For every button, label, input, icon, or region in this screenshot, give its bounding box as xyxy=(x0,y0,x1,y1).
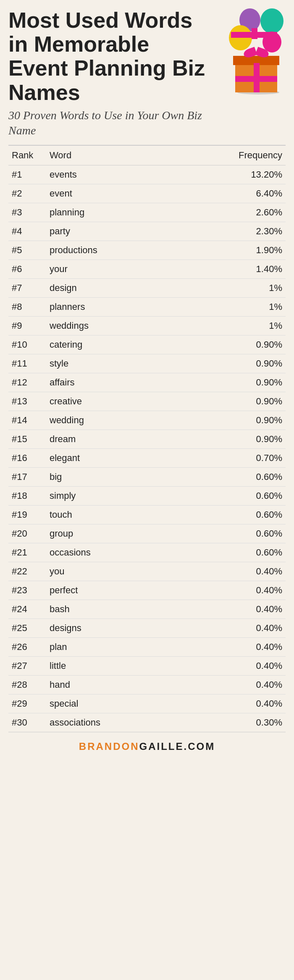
table-row: #12 affairs 0.90% xyxy=(8,373,286,392)
decoration-graphic xyxy=(218,8,286,92)
col-header-rank: Rank xyxy=(8,145,46,165)
rank-cell: #1 xyxy=(8,165,46,184)
frequency-cell: 0.40% xyxy=(172,562,286,581)
frequency-cell: 0.90% xyxy=(172,335,286,354)
table-row: #30 associations 0.30% xyxy=(8,713,286,732)
rank-cell: #4 xyxy=(8,222,46,241)
table-row: #14 wedding 0.90% xyxy=(8,411,286,430)
rank-cell: #25 xyxy=(8,618,46,637)
table-row: #10 catering 0.90% xyxy=(8,335,286,354)
rank-cell: #11 xyxy=(8,354,46,373)
word-cell: perfect xyxy=(46,581,172,600)
word-cell: little xyxy=(46,656,172,675)
word-cell: events xyxy=(46,165,172,184)
table-row: #4 party 2.30% xyxy=(8,222,286,241)
word-cell: you xyxy=(46,562,172,581)
word-cell: your xyxy=(46,259,172,278)
table-row: #2 event 6.40% xyxy=(8,184,286,203)
word-cell: elegant xyxy=(46,448,172,467)
table-row: #29 special 0.40% xyxy=(8,694,286,713)
rank-cell: #18 xyxy=(8,486,46,505)
word-cell: occasions xyxy=(46,543,172,562)
page-container: Most Used Words in Memorable Event Plann… xyxy=(0,0,294,765)
table-row: #13 creative 0.90% xyxy=(8,392,286,411)
frequency-cell: 0.90% xyxy=(172,430,286,448)
table-row: #21 occasions 0.60% xyxy=(8,543,286,562)
gift-lid-ribbon-h xyxy=(231,32,277,38)
frequency-cell: 1% xyxy=(172,297,286,316)
rank-cell: #24 xyxy=(8,600,46,618)
table-row: #26 plan 0.40% xyxy=(8,637,286,656)
word-cell: affairs xyxy=(46,373,172,392)
table-header-row: Rank Word Frequency xyxy=(8,145,286,165)
word-cell: wedding xyxy=(46,411,172,430)
frequency-cell: 0.40% xyxy=(172,694,286,713)
frequency-cell: 1.90% xyxy=(172,241,286,259)
frequency-cell: 0.40% xyxy=(172,637,286,656)
rank-cell: #20 xyxy=(8,524,46,543)
rank-cell: #10 xyxy=(8,335,46,354)
rank-cell: #17 xyxy=(8,467,46,486)
table-row: #17 big 0.60% xyxy=(8,467,286,486)
table-row: #16 elegant 0.70% xyxy=(8,448,286,467)
word-cell: planners xyxy=(46,297,172,316)
word-cell: party xyxy=(46,222,172,241)
frequency-cell: 2.30% xyxy=(172,222,286,241)
rank-cell: #27 xyxy=(8,656,46,675)
rank-cell: #5 xyxy=(8,241,46,259)
word-cell: productions xyxy=(46,241,172,259)
col-header-word: Word xyxy=(46,145,172,165)
footer-brand-text: BRANDON xyxy=(79,741,139,752)
rank-cell: #6 xyxy=(8,259,46,278)
table-row: #9 weddings 1% xyxy=(8,316,286,335)
word-cell: designs xyxy=(46,618,172,637)
rank-cell: #3 xyxy=(8,203,46,222)
rank-cell: #26 xyxy=(8,637,46,656)
frequency-cell: 0.40% xyxy=(172,581,286,600)
frequency-cell: 0.60% xyxy=(172,505,286,524)
frequency-cell: 0.40% xyxy=(172,600,286,618)
table-row: #24 bash 0.40% xyxy=(8,600,286,618)
table-row: #8 planners 1% xyxy=(8,297,286,316)
table-row: #18 simply 0.60% xyxy=(8,486,286,505)
frequency-cell: 0.60% xyxy=(172,486,286,505)
table-body: #1 events 13.20% #2 event 6.40% #3 plann… xyxy=(8,165,286,732)
frequency-cell: 0.60% xyxy=(172,524,286,543)
table-row: #25 designs 0.40% xyxy=(8,618,286,637)
frequency-cell: 2.60% xyxy=(172,203,286,222)
table-row: #28 hand 0.40% xyxy=(8,675,286,694)
rank-cell: #7 xyxy=(8,278,46,297)
main-title: Most Used Words in Memorable Event Plann… xyxy=(8,8,214,105)
table-row: #7 design 1% xyxy=(8,278,286,297)
rank-cell: #29 xyxy=(8,694,46,713)
word-cell: event xyxy=(46,184,172,203)
frequency-cell: 0.90% xyxy=(172,392,286,411)
frequency-cell: 0.40% xyxy=(172,675,286,694)
gift-box xyxy=(235,55,277,92)
frequency-cell: 0.70% xyxy=(172,448,286,467)
frequency-cell: 0.60% xyxy=(172,467,286,486)
word-cell: simply xyxy=(46,486,172,505)
rank-cell: #16 xyxy=(8,448,46,467)
table-row: #22 you 0.40% xyxy=(8,562,286,581)
header-section: Most Used Words in Memorable Event Plann… xyxy=(8,8,286,139)
frequency-cell: 0.40% xyxy=(172,618,286,637)
word-cell: planning xyxy=(46,203,172,222)
rank-cell: #19 xyxy=(8,505,46,524)
rank-cell: #15 xyxy=(8,430,46,448)
balloon-teal xyxy=(260,8,284,34)
word-cell: group xyxy=(46,524,172,543)
table-row: #11 style 0.90% xyxy=(8,354,286,373)
footer: BRANDONGAILLE.COM xyxy=(8,741,286,752)
rank-cell: #9 xyxy=(8,316,46,335)
gift-box-body xyxy=(235,63,277,92)
table-row: #23 perfect 0.40% xyxy=(8,581,286,600)
rank-cell: #23 xyxy=(8,581,46,600)
word-cell: associations xyxy=(46,713,172,732)
word-cell: weddings xyxy=(46,316,172,335)
table-row: #5 productions 1.90% xyxy=(8,241,286,259)
table-row: #15 dream 0.90% xyxy=(8,430,286,448)
frequency-cell: 0.60% xyxy=(172,543,286,562)
gift-ribbon-horizontal xyxy=(235,76,277,82)
rank-cell: #13 xyxy=(8,392,46,411)
